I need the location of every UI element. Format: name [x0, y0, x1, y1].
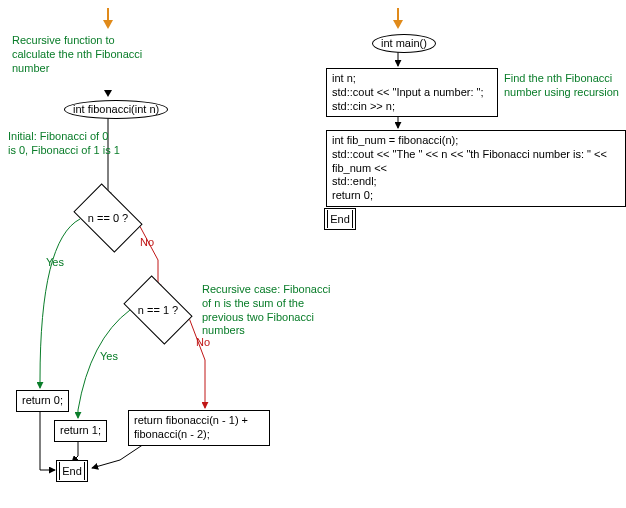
process-return-0: return 0;	[16, 390, 69, 412]
comment-recursive-case: Recursive case: Fibonacci of n is the su…	[202, 283, 342, 338]
decision-n-equals-1: n == 1 ?	[129, 290, 187, 330]
entry-arrow-icon	[103, 20, 113, 29]
comment-base-case: Initial: Fibonacci of 0 is 0, Fibonacci …	[8, 130, 148, 158]
process-return-recursive: return fibonacci(n - 1) + fibonacci(n - …	[128, 410, 270, 446]
edge-label-yes: Yes	[46, 256, 64, 268]
process-return-1: return 1;	[54, 420, 107, 442]
process-compute-output: int fib_num = fibonacci(n); std::cout <<…	[326, 130, 626, 207]
comment-func-purpose: Recursive function to calculate the nth …	[12, 34, 162, 75]
terminator-fibonacci: int fibonacci(int n)	[64, 100, 168, 119]
end-fibonacci: End	[56, 460, 88, 482]
edge-label-no: No	[140, 236, 154, 248]
comment-main-purpose: Find the nth Fibonacci number using recu…	[504, 72, 622, 100]
entry-arrow-icon	[393, 20, 403, 29]
decision-n-equals-0: n == 0 ?	[79, 198, 137, 238]
terminator-main: int main()	[372, 34, 436, 53]
edge-label-yes: Yes	[100, 350, 118, 362]
arrow-icon	[104, 90, 112, 97]
process-input-n: int n; std::cout << "Input a number: "; …	[326, 68, 498, 117]
end-main: End	[324, 208, 356, 230]
